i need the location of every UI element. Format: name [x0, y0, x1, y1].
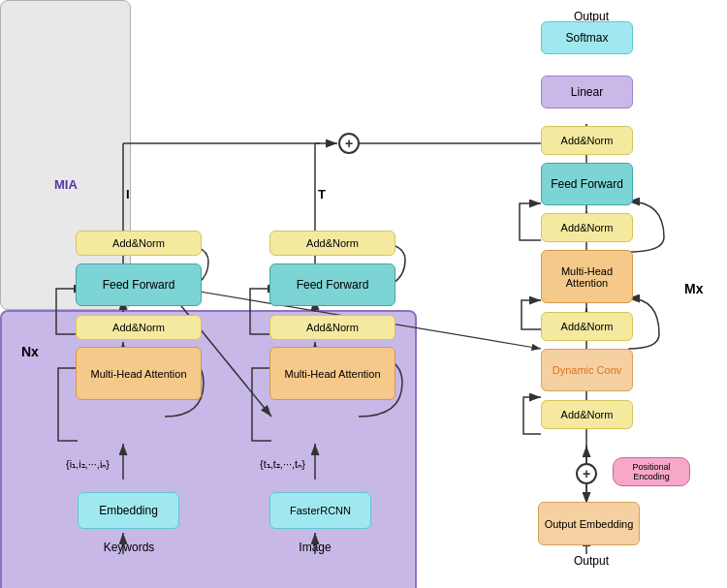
- output-bottom-label: Output: [562, 554, 620, 568]
- multi-head-left1: Multi-Head Attention: [76, 347, 202, 400]
- set-notation-left: {i₁,i₂,···,iₙ}: [66, 458, 110, 471]
- add-norm-right-1: Add&Norm: [541, 312, 633, 341]
- t-label: T: [318, 187, 326, 201]
- add-norm-right-3: Add&Norm: [541, 126, 633, 155]
- feed-forward-mid: Feed Forward: [269, 263, 395, 306]
- feed-forward-right: Feed Forward: [541, 163, 633, 205]
- diagram: Output Softmax Linear Add&Norm Feed Forw…: [0, 0, 727, 588]
- add-norm-left1-top: Add&Norm: [76, 231, 202, 256]
- linear-box: Linear: [541, 76, 633, 108]
- output-embedding-box: Output Embedding: [538, 502, 640, 545]
- add-norm-mid-bot: Add&Norm: [269, 315, 395, 340]
- multi-head-right: Multi-Head Attention: [541, 250, 633, 303]
- embedding-box: Embedding: [78, 492, 179, 529]
- add-circle-top: +: [338, 133, 360, 154]
- mia-label: MIA: [54, 177, 78, 192]
- add-norm-left1-bot: Add&Norm: [76, 315, 202, 340]
- positional-encoding-box: Positional Encoding: [613, 457, 690, 486]
- feed-forward-left1: Feed Forward: [76, 263, 202, 306]
- multi-head-mid: Multi-Head Attention: [269, 347, 395, 400]
- keywords-label: Keywords: [85, 541, 173, 554]
- image-label: Image: [286, 541, 344, 554]
- fasterrcnn-box: FasterRCNN: [269, 492, 371, 529]
- dynamic-conv-box: Dynamic Conv: [541, 349, 633, 391]
- softmax-box: Softmax: [541, 21, 633, 54]
- add-circle-right: +: [576, 463, 597, 484]
- add-norm-right-2: Add&Norm: [541, 213, 633, 242]
- i-label: I: [126, 187, 130, 201]
- add-norm-mid-top: Add&Norm: [269, 231, 395, 256]
- add-norm-right-0: Add&Norm: [541, 400, 633, 429]
- set-notation-right: {t₁,t₂,···,tₙ}: [260, 458, 305, 471]
- mx-label: Mx: [684, 281, 703, 296]
- nx-label: Nx: [21, 344, 39, 359]
